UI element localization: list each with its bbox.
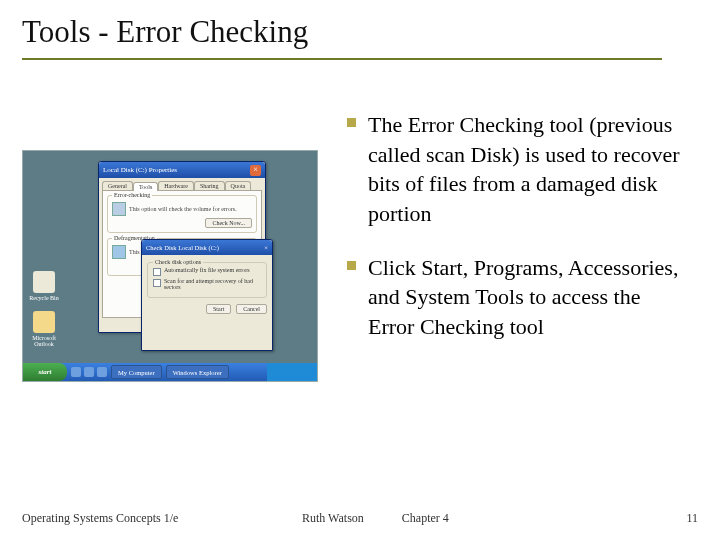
quick-launch-icon[interactable] bbox=[97, 367, 107, 377]
quick-launch-icon[interactable] bbox=[84, 367, 94, 377]
bullet-square-icon bbox=[347, 261, 356, 270]
start-button[interactable]: start bbox=[23, 363, 67, 381]
bullet-square-icon bbox=[347, 118, 356, 127]
tab-general[interactable]: General bbox=[102, 181, 133, 190]
check-options-group: Check disk options Automatically fix fil… bbox=[147, 262, 267, 298]
check-disk-dialog: Check Disk Local Disk (C:) × Check disk … bbox=[141, 239, 273, 351]
quick-launch-icon[interactable] bbox=[71, 367, 81, 377]
check-disk-title-text: Check Disk Local Disk (C:) bbox=[146, 244, 219, 251]
footer-author: Ruth Watson bbox=[302, 511, 364, 526]
checkbox-autofix[interactable] bbox=[153, 268, 161, 276]
start-button[interactable]: Start bbox=[206, 304, 231, 314]
screenshot-column: Recycle Bin Microsoft Outlook Local Disk… bbox=[22, 110, 327, 382]
taskbar-button[interactable]: My Computer bbox=[111, 365, 162, 379]
bullet-item: The Error Checking tool (previous called… bbox=[347, 110, 688, 229]
check-disk-titlebar: Check Disk Local Disk (C:) × bbox=[142, 240, 272, 255]
error-checking-group: Error-checking This option will check th… bbox=[107, 195, 257, 233]
bullet-text: Click Start, Programs, Accessories, and … bbox=[368, 253, 688, 342]
tab-tools[interactable]: Tools bbox=[133, 182, 158, 191]
group-label: Error-checking bbox=[112, 192, 152, 198]
desktop-icon bbox=[33, 311, 55, 333]
close-icon[interactable]: × bbox=[250, 165, 261, 176]
check-now-button[interactable]: Check Now... bbox=[205, 218, 252, 228]
taskbar-button[interactable]: Windows Explorer bbox=[166, 365, 229, 379]
taskbar: start My Computer Windows Explorer bbox=[23, 363, 317, 381]
tab-hardware[interactable]: Hardware bbox=[158, 181, 194, 190]
checkbox-label: Automatically fix file system errors bbox=[164, 267, 250, 273]
footer-center: Ruth Watson Chapter 4 bbox=[262, 511, 658, 526]
title-underline bbox=[22, 58, 662, 60]
desktop-icon-label: Recycle Bin bbox=[28, 295, 60, 301]
properties-tabs: General Tools Hardware Sharing Quota bbox=[102, 181, 262, 190]
cancel-button[interactable]: Cancel bbox=[236, 304, 267, 314]
properties-title-text: Local Disk (C:) Properties bbox=[103, 166, 177, 174]
system-tray[interactable] bbox=[267, 363, 317, 381]
tab-sharing[interactable]: Sharing bbox=[194, 181, 225, 190]
footer-left: Operating Systems Concepts 1/e bbox=[22, 511, 262, 526]
bullet-item: Click Start, Programs, Accessories, and … bbox=[347, 253, 688, 342]
disk-check-icon bbox=[112, 202, 126, 216]
slide: Tools - Error Checking Recycle Bin Micro… bbox=[0, 0, 720, 540]
quick-launch bbox=[71, 367, 107, 377]
slide-title: Tools - Error Checking bbox=[22, 14, 698, 56]
slide-footer: Operating Systems Concepts 1/e Ruth Wats… bbox=[0, 511, 720, 526]
tab-quota[interactable]: Quota bbox=[225, 181, 252, 190]
desktop-icon bbox=[33, 271, 55, 293]
close-icon[interactable]: × bbox=[264, 244, 268, 251]
embedded-screenshot: Recycle Bin Microsoft Outlook Local Disk… bbox=[22, 150, 318, 382]
content-area: Recycle Bin Microsoft Outlook Local Disk… bbox=[22, 110, 698, 382]
bullets-column: The Error Checking tool (previous called… bbox=[347, 110, 698, 382]
defrag-icon bbox=[112, 245, 126, 259]
check-options-label: Check disk options bbox=[153, 259, 203, 265]
bullet-text: The Error Checking tool (previous called… bbox=[368, 110, 688, 229]
desktop-icon-label: Microsoft Outlook bbox=[28, 335, 60, 347]
checkbox-label: Scan for and attempt recovery of bad sec… bbox=[164, 278, 261, 290]
checkbox-scan-recover[interactable] bbox=[153, 279, 161, 287]
footer-chapter: Chapter 4 bbox=[402, 511, 449, 526]
group-text: This option will check the volume for er… bbox=[129, 205, 237, 213]
check-disk-body: Check disk options Automatically fix fil… bbox=[142, 255, 272, 319]
properties-titlebar: Local Disk (C:) Properties × bbox=[99, 162, 265, 178]
page-number: 11 bbox=[658, 511, 698, 526]
